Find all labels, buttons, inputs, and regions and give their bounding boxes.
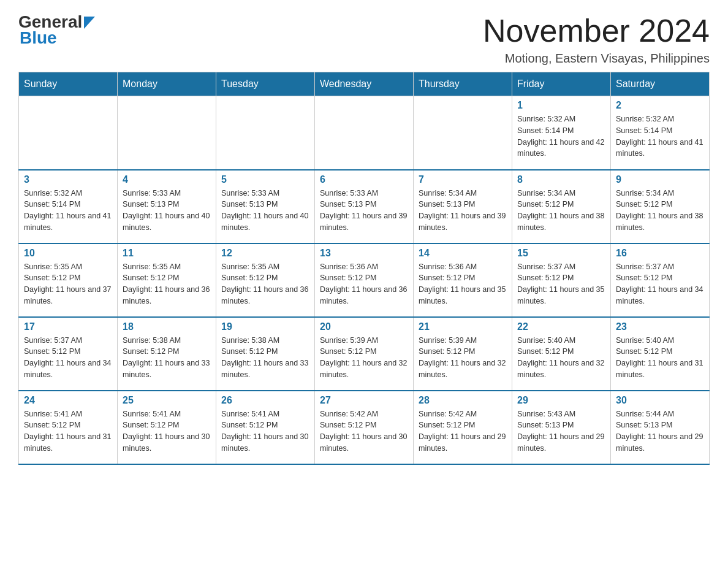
logo-arrow-icon xyxy=(84,13,95,33)
logo: General Blue xyxy=(18,12,95,48)
day-number: 14 xyxy=(419,248,507,259)
day-info: Sunrise: 5:36 AM Sunset: 5:12 PM Dayligh… xyxy=(320,261,408,307)
calendar-week-row: 1Sunrise: 5:32 AM Sunset: 5:14 PM Daylig… xyxy=(19,96,710,170)
day-info: Sunrise: 5:37 AM Sunset: 5:12 PM Dayligh… xyxy=(517,261,605,307)
day-info: Sunrise: 5:40 AM Sunset: 5:12 PM Dayligh… xyxy=(616,335,704,381)
day-info: Sunrise: 5:39 AM Sunset: 5:12 PM Dayligh… xyxy=(320,335,408,381)
calendar-day-cell: 24Sunrise: 5:41 AM Sunset: 5:12 PM Dayli… xyxy=(19,391,118,464)
day-number: 24 xyxy=(24,395,112,406)
day-info: Sunrise: 5:34 AM Sunset: 5:12 PM Dayligh… xyxy=(517,188,605,234)
calendar-day-cell: 29Sunrise: 5:43 AM Sunset: 5:13 PM Dayli… xyxy=(512,391,611,464)
calendar-day-cell: 27Sunrise: 5:42 AM Sunset: 5:12 PM Dayli… xyxy=(315,391,414,464)
calendar-day-cell: 2Sunrise: 5:32 AM Sunset: 5:14 PM Daylig… xyxy=(611,96,710,170)
day-info: Sunrise: 5:33 AM Sunset: 5:13 PM Dayligh… xyxy=(221,188,309,234)
day-of-week-header: Friday xyxy=(512,72,611,96)
day-number: 21 xyxy=(419,321,507,332)
calendar-day-cell xyxy=(414,96,512,170)
day-number: 5 xyxy=(221,174,309,185)
day-info: Sunrise: 5:37 AM Sunset: 5:12 PM Dayligh… xyxy=(24,335,112,381)
calendar-day-cell: 1Sunrise: 5:32 AM Sunset: 5:14 PM Daylig… xyxy=(512,96,611,170)
calendar-day-cell: 13Sunrise: 5:36 AM Sunset: 5:12 PM Dayli… xyxy=(315,243,414,317)
calendar-day-cell: 9Sunrise: 5:34 AM Sunset: 5:12 PM Daylig… xyxy=(611,170,710,243)
day-number: 3 xyxy=(24,174,112,185)
day-info: Sunrise: 5:41 AM Sunset: 5:12 PM Dayligh… xyxy=(123,408,211,454)
day-number: 17 xyxy=(24,321,112,332)
day-info: Sunrise: 5:35 AM Sunset: 5:12 PM Dayligh… xyxy=(221,261,309,307)
calendar-day-cell: 21Sunrise: 5:39 AM Sunset: 5:12 PM Dayli… xyxy=(414,317,512,391)
day-number: 28 xyxy=(419,395,507,406)
day-number: 9 xyxy=(616,174,704,185)
day-number: 1 xyxy=(517,100,605,111)
day-info: Sunrise: 5:37 AM Sunset: 5:12 PM Dayligh… xyxy=(616,261,704,307)
day-number: 12 xyxy=(221,248,309,259)
day-info: Sunrise: 5:33 AM Sunset: 5:13 PM Dayligh… xyxy=(123,188,211,234)
svg-marker-0 xyxy=(84,17,95,29)
calendar-week-row: 3Sunrise: 5:32 AM Sunset: 5:14 PM Daylig… xyxy=(19,170,710,243)
day-number: 23 xyxy=(616,321,704,332)
day-of-week-header: Wednesday xyxy=(315,72,414,96)
calendar-day-cell: 19Sunrise: 5:38 AM Sunset: 5:12 PM Dayli… xyxy=(216,317,315,391)
day-number: 10 xyxy=(24,248,112,259)
day-info: Sunrise: 5:32 AM Sunset: 5:14 PM Dayligh… xyxy=(616,113,704,159)
day-info: Sunrise: 5:32 AM Sunset: 5:14 PM Dayligh… xyxy=(517,113,605,159)
page-header: General Blue November 2024 Motiong, East… xyxy=(18,12,710,66)
day-info: Sunrise: 5:41 AM Sunset: 5:12 PM Dayligh… xyxy=(24,408,112,454)
calendar-day-cell: 6Sunrise: 5:33 AM Sunset: 5:13 PM Daylig… xyxy=(315,170,414,243)
calendar-day-cell: 17Sunrise: 5:37 AM Sunset: 5:12 PM Dayli… xyxy=(19,317,118,391)
title-section: November 2024 Motiong, Eastern Visayas, … xyxy=(483,12,710,66)
calendar-day-cell: 4Sunrise: 5:33 AM Sunset: 5:13 PM Daylig… xyxy=(118,170,216,243)
day-number: 29 xyxy=(517,395,605,406)
calendar-day-cell: 14Sunrise: 5:36 AM Sunset: 5:12 PM Dayli… xyxy=(414,243,512,317)
day-number: 4 xyxy=(123,174,211,185)
calendar-day-cell: 30Sunrise: 5:44 AM Sunset: 5:13 PM Dayli… xyxy=(611,391,710,464)
day-info: Sunrise: 5:34 AM Sunset: 5:13 PM Dayligh… xyxy=(419,188,507,234)
day-number: 22 xyxy=(517,321,605,332)
day-number: 15 xyxy=(517,248,605,259)
day-number: 19 xyxy=(221,321,309,332)
day-info: Sunrise: 5:42 AM Sunset: 5:12 PM Dayligh… xyxy=(320,408,408,454)
calendar-day-cell xyxy=(19,96,118,170)
day-info: Sunrise: 5:33 AM Sunset: 5:13 PM Dayligh… xyxy=(320,188,408,234)
day-number: 30 xyxy=(616,395,704,406)
calendar-day-cell: 12Sunrise: 5:35 AM Sunset: 5:12 PM Dayli… xyxy=(216,243,315,317)
calendar-week-row: 24Sunrise: 5:41 AM Sunset: 5:12 PM Dayli… xyxy=(19,391,710,464)
day-number: 6 xyxy=(320,174,408,185)
day-number: 20 xyxy=(320,321,408,332)
calendar-day-cell xyxy=(216,96,315,170)
day-of-week-header: Saturday xyxy=(611,72,710,96)
calendar-table: SundayMondayTuesdayWednesdayThursdayFrid… xyxy=(18,72,710,465)
day-info: Sunrise: 5:44 AM Sunset: 5:13 PM Dayligh… xyxy=(616,408,704,454)
calendar-day-cell: 11Sunrise: 5:35 AM Sunset: 5:12 PM Dayli… xyxy=(118,243,216,317)
day-info: Sunrise: 5:41 AM Sunset: 5:12 PM Dayligh… xyxy=(221,408,309,454)
calendar-day-cell: 20Sunrise: 5:39 AM Sunset: 5:12 PM Dayli… xyxy=(315,317,414,391)
day-number: 16 xyxy=(616,248,704,259)
calendar-day-cell: 15Sunrise: 5:37 AM Sunset: 5:12 PM Dayli… xyxy=(512,243,611,317)
calendar-day-cell: 18Sunrise: 5:38 AM Sunset: 5:12 PM Dayli… xyxy=(118,317,216,391)
location-text: Motiong, Eastern Visayas, Philippines xyxy=(483,52,710,66)
calendar-day-cell: 23Sunrise: 5:40 AM Sunset: 5:12 PM Dayli… xyxy=(611,317,710,391)
day-of-week-header: Sunday xyxy=(19,72,118,96)
day-number: 2 xyxy=(616,100,704,111)
calendar-day-cell: 10Sunrise: 5:35 AM Sunset: 5:12 PM Dayli… xyxy=(19,243,118,317)
calendar-day-cell: 8Sunrise: 5:34 AM Sunset: 5:12 PM Daylig… xyxy=(512,170,611,243)
calendar-day-cell: 3Sunrise: 5:32 AM Sunset: 5:14 PM Daylig… xyxy=(19,170,118,243)
day-number: 13 xyxy=(320,248,408,259)
day-info: Sunrise: 5:38 AM Sunset: 5:12 PM Dayligh… xyxy=(221,335,309,381)
day-number: 27 xyxy=(320,395,408,406)
day-info: Sunrise: 5:32 AM Sunset: 5:14 PM Dayligh… xyxy=(24,188,112,234)
day-info: Sunrise: 5:39 AM Sunset: 5:12 PM Dayligh… xyxy=(419,335,507,381)
day-number: 7 xyxy=(419,174,507,185)
day-info: Sunrise: 5:34 AM Sunset: 5:12 PM Dayligh… xyxy=(616,188,704,234)
day-number: 18 xyxy=(123,321,211,332)
day-info: Sunrise: 5:38 AM Sunset: 5:12 PM Dayligh… xyxy=(123,335,211,381)
day-of-week-header: Monday xyxy=(118,72,216,96)
calendar-header-row: SundayMondayTuesdayWednesdayThursdayFrid… xyxy=(19,72,710,96)
logo-blue-text: Blue xyxy=(20,28,57,48)
day-number: 26 xyxy=(221,395,309,406)
month-title: November 2024 xyxy=(483,12,710,49)
calendar-day-cell xyxy=(315,96,414,170)
calendar-day-cell: 26Sunrise: 5:41 AM Sunset: 5:12 PM Dayli… xyxy=(216,391,315,464)
day-info: Sunrise: 5:40 AM Sunset: 5:12 PM Dayligh… xyxy=(517,335,605,381)
calendar-day-cell: 7Sunrise: 5:34 AM Sunset: 5:13 PM Daylig… xyxy=(414,170,512,243)
day-info: Sunrise: 5:36 AM Sunset: 5:12 PM Dayligh… xyxy=(419,261,507,307)
